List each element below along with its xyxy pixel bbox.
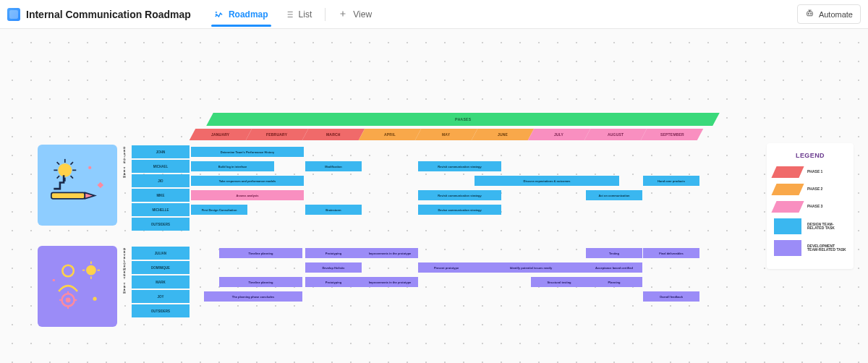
- task-bar[interactable]: Overall feedback: [643, 291, 699, 302]
- task-bar[interactable]: Revisit communication strategy: [418, 190, 501, 200]
- svg-marker-4: [85, 192, 95, 199]
- task-bar[interactable]: First Design Consultation: [191, 205, 247, 215]
- timeline-track[interactable]: The planning phase concludesOverall feed…: [191, 290, 700, 303]
- month-march: MARCH: [302, 129, 365, 140]
- month-label: FEBRUARY: [266, 132, 287, 137]
- task-bar[interactable]: The planning phase concludes: [204, 291, 302, 302]
- task-bar[interactable]: Timeline planning: [219, 277, 302, 287]
- task-bar[interactable]: Timeline planning: [219, 248, 302, 258]
- task-bar[interactable]: Act on communication: [586, 190, 642, 200]
- plus-icon: [339, 9, 349, 20]
- month-label: JANUARY: [211, 132, 229, 137]
- timeline-row: OUTSIDERS: [132, 304, 700, 318]
- task-bar[interactable]: Final deliverables: [643, 248, 699, 258]
- task-bar[interactable]: Take responses and performance models: [191, 176, 304, 186]
- canvas[interactable]: PHASES JANUARYFEBRUARYMARCHAPRILMAYJUNEJ…: [0, 29, 868, 363]
- task-bar[interactable]: Planning: [586, 277, 642, 287]
- legend-card: LEGEND PHASE 1PHASE 2PHASE 3DESIGN TEAM-…: [767, 143, 854, 269]
- assignee-cell[interactable]: MICHAEL: [132, 160, 190, 173]
- assignee-cell[interactable]: JOY: [132, 290, 190, 303]
- task-bar[interactable]: Testing: [586, 248, 642, 258]
- task-bar[interactable]: Discuss expectations & outcomes: [475, 176, 619, 186]
- tab-list[interactable]: List: [277, 4, 320, 25]
- divider: [325, 8, 326, 21]
- svg-point-27: [93, 297, 97, 301]
- month-label: SEPTEMBER: [660, 132, 684, 137]
- timeline-track[interactable]: Timeline planningPrototypingImprovements…: [191, 276, 700, 289]
- task-bar[interactable]: Assess analysis: [191, 190, 304, 200]
- robot-icon: [805, 9, 814, 20]
- legend-label: PHASE 3: [807, 205, 846, 209]
- timeline-row: JIOTake responses and performance models…: [132, 174, 700, 188]
- design-team-illustration: [38, 145, 117, 226]
- legend-row: PHASE 1: [774, 166, 846, 178]
- timeline-track[interactable]: Determine Team's Performance History: [191, 145, 700, 158]
- timeline-track[interactable]: [191, 218, 700, 231]
- assignee-cell[interactable]: MICHELLE: [132, 203, 190, 216]
- task-bar[interactable]: Revisit communication strategy: [418, 161, 501, 171]
- timeline-track[interactable]: Take responses and performance modelsDis…: [191, 174, 700, 187]
- timeline-track[interactable]: Timeline planningPrototypingImprovements…: [191, 247, 700, 260]
- assignee-cell[interactable]: DOMINIQUE: [132, 261, 190, 274]
- assignee-cell[interactable]: JOHN: [132, 145, 190, 158]
- tab-roadmap[interactable]: Roadmap: [207, 4, 276, 25]
- month-label: APRIL: [384, 132, 396, 137]
- legend-swatch: [771, 201, 804, 213]
- legend-swatch: [774, 218, 801, 234]
- assignee-cell[interactable]: MARK: [132, 276, 190, 289]
- timeline-row: MARKTimeline planningPrototypingImprovem…: [132, 275, 700, 289]
- legend-swatch: [774, 240, 801, 256]
- legend-label: DESIGN TEAM-RELATED TASK: [807, 223, 846, 231]
- task-bar[interactable]: Hand over products: [643, 176, 699, 186]
- task-bar[interactable]: Build log in interface: [191, 161, 274, 171]
- automate-button[interactable]: Automate: [797, 4, 861, 24]
- month-label: MAY: [442, 132, 450, 137]
- task-bar[interactable]: Develop Holistic: [305, 262, 362, 273]
- task-bar[interactable]: Brainstorm: [305, 205, 362, 215]
- timeline-track[interactable]: Build log in interfaceModificationRevisi…: [191, 160, 700, 173]
- timeline-row: MIKEAssess analysisRevisit communication…: [132, 188, 700, 202]
- timeline-track[interactable]: First Design ConsultationBrainstormDevis…: [191, 203, 700, 216]
- assignee-cell[interactable]: JULIAN: [132, 247, 190, 260]
- month-january: JANUARY: [190, 129, 252, 140]
- svg-point-28: [53, 279, 55, 281]
- task-bar[interactable]: Structural testing: [531, 277, 587, 287]
- dev-rows: JULIANTimeline planningPrototypingImprov…: [132, 246, 700, 327]
- tab-view-label: View: [353, 9, 372, 20]
- task-bar[interactable]: Improvements in the prototype: [362, 277, 418, 287]
- svg-point-1: [808, 13, 809, 14]
- doc-icon: [7, 8, 20, 21]
- month-june: JUNE: [472, 129, 535, 140]
- assignee-cell[interactable]: JIO: [132, 174, 190, 187]
- timeline-track[interactable]: Develop HolisticPresent prototypeIdentif…: [191, 261, 700, 274]
- assignee-cell[interactable]: OUTSIDERS: [132, 218, 190, 231]
- development-team-illustration: [38, 246, 117, 327]
- task-bar[interactable]: Improvements in the prototype: [362, 248, 418, 258]
- timeline-track[interactable]: [191, 304, 700, 317]
- month-may: MAY: [415, 129, 478, 140]
- task-bar[interactable]: Prototyping: [305, 248, 362, 258]
- legend-label: PHASE 2: [807, 187, 846, 192]
- tab-roadmap-label: Roadmap: [229, 9, 268, 20]
- legend-row: PHASE 3: [774, 201, 846, 213]
- task-bar[interactable]: Acceptance based certified: [586, 262, 642, 273]
- task-bar[interactable]: Determine Team's Performance History: [191, 147, 304, 157]
- legend-swatch: [771, 166, 804, 178]
- legend-row: DESIGN TEAM-RELATED TASK: [774, 218, 846, 234]
- tab-add-view[interactable]: View: [331, 4, 379, 25]
- design-team-label: DESIGN TEAM: [120, 145, 129, 231]
- months-header: JANUARYFEBRUARYMARCHAPRILMAYJUNEJULYAUGU…: [192, 129, 700, 140]
- task-bar[interactable]: Identify potential issues neatly: [475, 262, 587, 273]
- svg-point-14: [88, 166, 91, 169]
- tab-list-label: List: [299, 9, 312, 20]
- month-label: MARCH: [326, 132, 341, 137]
- task-bar[interactable]: Prototyping: [305, 277, 362, 287]
- assignee-cell[interactable]: OUTSIDERS: [132, 304, 190, 317]
- task-bar[interactable]: Modification: [305, 161, 362, 171]
- task-bar[interactable]: Devise communication strategy: [418, 205, 501, 215]
- svg-line-10: [57, 162, 59, 164]
- task-bar[interactable]: Present prototype: [418, 262, 475, 273]
- legend-label: DEVELOPMENT TEAM-RELATED TASK: [807, 244, 846, 252]
- assignee-cell[interactable]: MIKE: [132, 189, 190, 202]
- timeline-track[interactable]: Assess analysisRevisit communication str…: [191, 189, 700, 202]
